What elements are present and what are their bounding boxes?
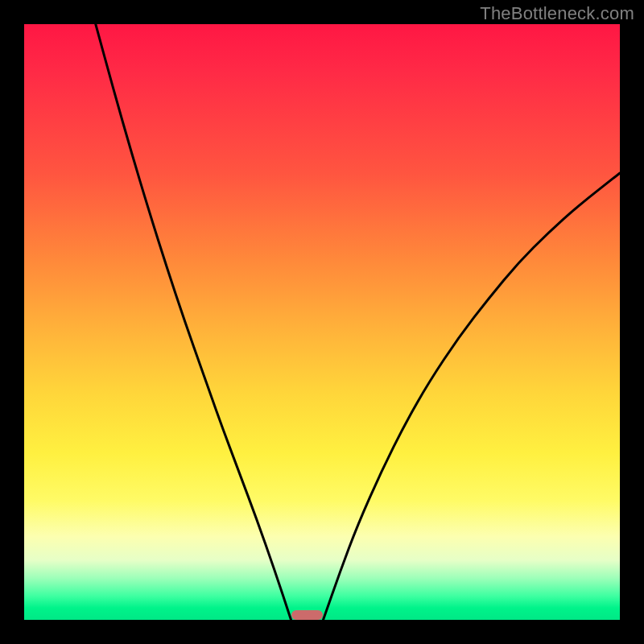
curve-left-branch xyxy=(96,24,291,620)
bottleneck-marker xyxy=(291,610,324,620)
curve-right-branch xyxy=(323,173,620,620)
chart-frame: TheBottleneck.com xyxy=(0,0,644,644)
plot-area xyxy=(24,24,620,620)
branding-label: TheBottleneck.com xyxy=(480,3,634,24)
curve-layer xyxy=(24,24,620,620)
